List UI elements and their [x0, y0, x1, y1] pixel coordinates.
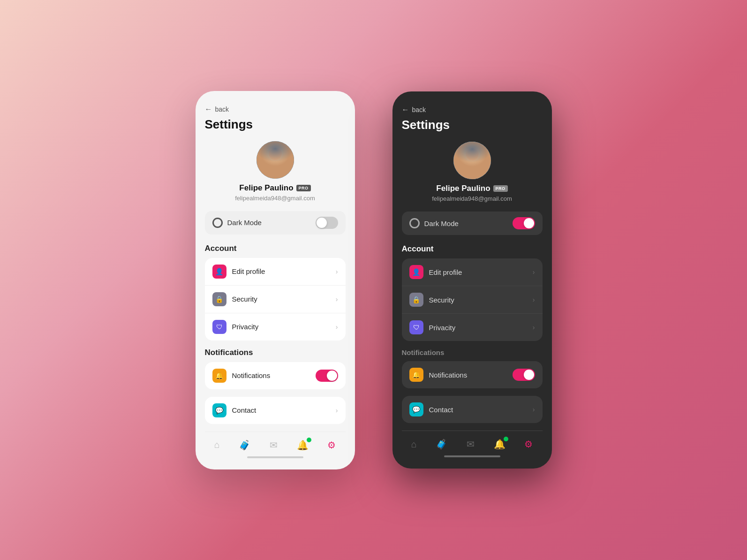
dark-home-icon: ⌂: [411, 439, 417, 450]
edit-profile-chevron: ›: [336, 268, 338, 275]
dark-page-title: Settings: [402, 118, 543, 132]
contact-chevron: ›: [336, 407, 338, 414]
dark-notifications-card[interactable]: 🔔 Notifications: [402, 361, 543, 388]
account-section-header: Account: [205, 244, 346, 253]
avatar: [257, 141, 294, 179]
dark-security-chevron: ›: [533, 296, 535, 303]
notifications-toggle-knob: [327, 371, 337, 381]
nav-home[interactable]: ⌂: [214, 439, 220, 450]
dark-edit-profile-left: 👤 Edit profile: [409, 265, 462, 279]
light-phone: ← back Settings Felipe Paulino PRO felip…: [196, 91, 355, 469]
dark-mode-toggle[interactable]: [316, 217, 338, 229]
dark-user-name: Felipe Paulino PRO: [436, 184, 507, 193]
dark-security-label: Security: [429, 296, 454, 304]
privacity-left: 🛡 Privacity: [212, 320, 259, 334]
dark-security-item[interactable]: 🔒 Security ›: [402, 286, 543, 314]
dark-nav-mail[interactable]: ✉: [467, 439, 475, 450]
dark-avatar-section: Felipe Paulino PRO felipealmeida948@gmai…: [402, 142, 543, 202]
dark-back-arrow-icon: ←: [402, 106, 409, 114]
contact-left: 💬 Contact: [212, 403, 257, 417]
dark-edit-profile-icon: 👤: [409, 265, 423, 279]
dark-nav-bell[interactable]: 🔔: [494, 439, 506, 450]
dark-user-email: felipealmeida948@gmail.com: [432, 195, 512, 202]
dark-nav-settings[interactable]: ⚙: [524, 439, 533, 450]
dark-dark-mode-left: Dark Mode: [409, 218, 459, 228]
dark-contact-left: 💬 Contact: [409, 402, 453, 416]
notifications-card[interactable]: 🔔 Notifications: [205, 362, 346, 389]
nav-bell[interactable]: 🔔: [297, 439, 309, 451]
dark-back-label: back: [412, 106, 426, 114]
contact-card: 💬 Contact ›: [205, 397, 346, 424]
settings-icon: ⚙: [327, 439, 336, 451]
pro-badge: PRO: [296, 185, 311, 191]
privacity-icon: 🛡: [212, 320, 226, 334]
dark-account-menu-card: 👤 Edit profile › 🔒 Security › 🛡 Privacit…: [402, 258, 543, 341]
privacity-chevron: ›: [336, 323, 338, 331]
toggle-knob: [317, 218, 327, 228]
back-button[interactable]: ← back: [205, 105, 346, 114]
dark-mode-left: Dark Mode: [212, 218, 262, 228]
avatar-image: [257, 141, 294, 179]
bottom-nav: ⌂ 🧳 ✉ 🔔 ⚙: [205, 431, 346, 451]
dark-pro-badge: PRO: [493, 185, 508, 192]
page-title: Settings: [205, 117, 346, 132]
dark-notifications-section-header: Notifications: [402, 348, 543, 356]
dark-contact-chevron: ›: [533, 406, 535, 413]
dark-mode-label: Dark Mode: [227, 219, 262, 227]
dark-privacity-label: Privacity: [429, 324, 456, 332]
moon-icon: [212, 218, 223, 228]
contact-icon: 💬: [212, 403, 226, 417]
dark-notifications-toggle[interactable]: [513, 369, 535, 381]
dark-dark-mode-row[interactable]: Dark Mode: [402, 212, 543, 235]
edit-profile-label: Edit profile: [232, 267, 265, 275]
edit-profile-left: 👤 Edit profile: [212, 265, 265, 279]
dark-avatar-image: [453, 142, 491, 179]
dark-briefcase-icon: 🧳: [436, 439, 447, 450]
dark-contact-label: Contact: [429, 406, 453, 414]
dark-security-left: 🔒 Security: [409, 293, 454, 307]
dark-toggle-knob: [524, 218, 534, 228]
user-email: felipealmeida948@gmail.com: [235, 195, 315, 202]
security-label: Security: [232, 295, 257, 303]
notifications-toggle[interactable]: [316, 370, 338, 382]
home-icon: ⌂: [214, 439, 220, 450]
mail-icon: ✉: [270, 439, 278, 451]
security-chevron: ›: [336, 295, 338, 303]
dark-nav-briefcase[interactable]: 🧳: [436, 439, 447, 450]
dark-bell-badge: [504, 437, 508, 441]
dark-privacity-icon: 🛡: [409, 320, 423, 334]
dark-notifications-icon: 🔔: [409, 368, 423, 382]
dark-edit-profile-item[interactable]: 👤 Edit profile ›: [402, 258, 543, 286]
dark-phone: ← back Settings Felipe Paulino PRO felip…: [392, 91, 552, 469]
dark-dark-mode-toggle[interactable]: [513, 217, 535, 229]
user-name: Felipe Paulino PRO: [239, 183, 310, 193]
nav-briefcase[interactable]: 🧳: [239, 439, 250, 451]
dark-privacity-chevron: ›: [533, 324, 535, 331]
contact-item[interactable]: 💬 Contact ›: [205, 397, 346, 424]
privacity-label: Privacity: [232, 323, 259, 331]
dark-mode-row[interactable]: Dark Mode: [205, 211, 346, 235]
edit-profile-icon: 👤: [212, 265, 226, 279]
dark-back-button[interactable]: ← back: [402, 106, 543, 114]
account-menu-card: 👤 Edit profile › 🔒 Security › 🛡 Privacit…: [205, 258, 346, 341]
dark-avatar: [453, 142, 491, 179]
dark-edit-profile-label: Edit profile: [429, 268, 462, 276]
dark-nav-home[interactable]: ⌂: [411, 439, 417, 450]
notifications-icon: 🔔: [212, 369, 226, 383]
dark-contact-icon: 💬: [409, 402, 423, 416]
dark-security-icon: 🔒: [409, 293, 423, 307]
home-indicator: [247, 456, 303, 458]
nav-settings[interactable]: ⚙: [327, 439, 336, 451]
back-label: back: [215, 106, 229, 113]
dark-bottom-nav: ⌂ 🧳 ✉ 🔔 ⚙: [402, 431, 543, 450]
edit-profile-item[interactable]: 👤 Edit profile ›: [205, 258, 346, 286]
dark-privacity-item[interactable]: 🛡 Privacity ›: [402, 314, 543, 341]
nav-mail[interactable]: ✉: [270, 439, 278, 451]
avatar-section: Felipe Paulino PRO felipealmeida948@gmai…: [205, 141, 346, 202]
dark-contact-item[interactable]: 💬 Contact ›: [402, 396, 543, 423]
security-item[interactable]: 🔒 Security ›: [205, 286, 346, 313]
bell-badge: [307, 438, 311, 442]
contact-label: Contact: [232, 406, 257, 414]
privacity-item[interactable]: 🛡 Privacity ›: [205, 313, 346, 341]
security-left: 🔒 Security: [212, 292, 257, 306]
